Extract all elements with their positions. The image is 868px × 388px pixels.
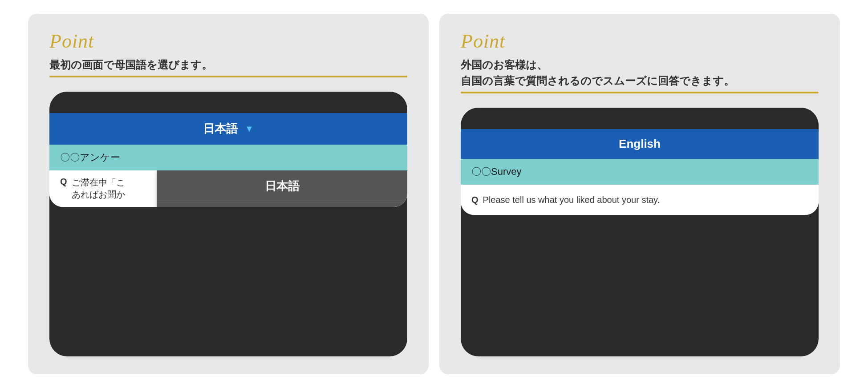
right-phone-mockup: English 〇〇Survey Q Please tell us what y… [461,108,819,356]
left-screen-header: 日本語 ▼ [49,113,407,145]
left-question-text: ご滞在中「こ あればお聞か [72,177,125,201]
left-underline [49,76,407,77]
dropdown-item-japanese[interactable]: 日本語 [157,170,407,202]
right-subheader: 〇〇Survey [461,159,819,185]
left-dropdown-menu[interactable]: 日本語 ✓ English 中文（繁體） [157,170,407,207]
right-phone-notch-area [461,108,819,129]
right-header-text: English [619,137,661,151]
left-phone-mockup: 日本語 ▼ 〇〇アンケー Q ご滞在中「こ あればお聞か [49,92,407,356]
right-screen-content: Q Please tell us what you liked about yo… [461,185,819,215]
right-point-label: Point [461,30,505,53]
left-phone-screen: 日本語 ▼ 〇〇アンケー Q ご滞在中「こ あればお聞か [49,113,407,207]
right-q-label: Q [471,193,479,207]
dropdown-item-english[interactable]: ✓ English [157,202,407,207]
left-q-label: Q [60,177,67,201]
left-dropdown-arrow-icon: ▼ [245,124,254,134]
left-phone-notch-area [49,92,407,113]
right-underline [461,92,819,93]
right-question-text: Please tell us what you liked about your… [483,193,660,207]
right-phone-notch [613,108,666,121]
right-description: 外国のお客様は、 自国の言葉で質問されるのでスムーズに回答できます。 [461,57,734,89]
left-subheader-text: 〇〇アンケー [60,152,120,163]
left-screen-content: Q ご滞在中「こ あればお聞か 日本語 ✓ English [49,170,407,207]
left-header-text: 日本語 [203,121,238,137]
dropdown-japanese-label: 日本語 [265,179,300,193]
left-description: 最初の画面で母国語を選びます。 [49,57,212,73]
left-point-label: Point [49,30,94,53]
right-screen-header: English [461,129,819,159]
left-panel: Point 最初の画面で母国語を選びます。 日本語 ▼ 〇〇アンケー Q ご滞在… [28,14,429,374]
left-subheader: 〇〇アンケー [49,145,407,170]
right-subheader-text: 〇〇Survey [471,166,521,177]
right-phone-screen: English 〇〇Survey Q Please tell us what y… [461,129,819,215]
left-phone-notch [202,92,255,105]
right-panel: Point 外国のお客様は、 自国の言葉で質問されるのでスムーズに回答できます。… [439,14,840,374]
right-question-row: Q Please tell us what you liked about yo… [471,193,808,207]
